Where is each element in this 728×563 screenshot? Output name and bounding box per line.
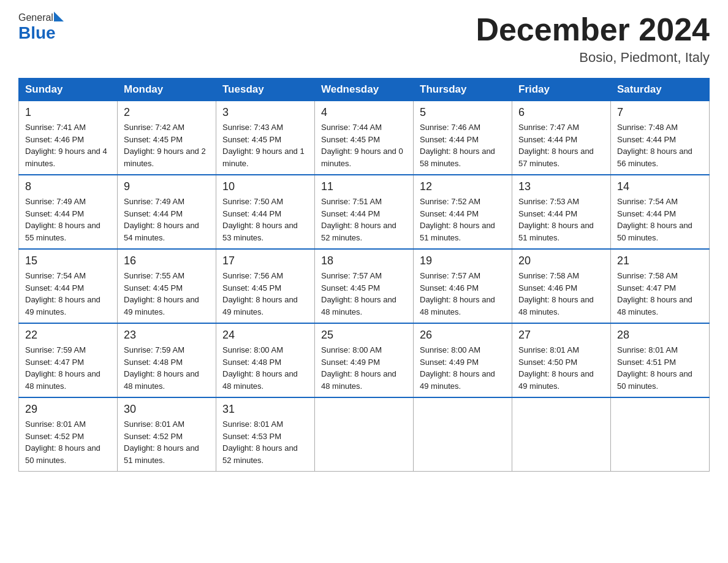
day-info: Sunrise: 7:47 AMSunset: 4:44 PMDaylight:…	[518, 123, 594, 168]
day-info: Sunrise: 7:52 AMSunset: 4:44 PMDaylight:…	[420, 197, 495, 242]
calendar-day-cell: 3 Sunrise: 7:43 AMSunset: 4:45 PMDayligh…	[216, 101, 315, 175]
day-number: 17	[222, 255, 308, 267]
header-friday: Friday	[512, 79, 611, 101]
calendar-day-cell: 27 Sunrise: 8:01 AMSunset: 4:50 PMDaylig…	[512, 323, 611, 397]
calendar-day-cell: 12 Sunrise: 7:52 AMSunset: 4:44 PMDaylig…	[414, 175, 512, 249]
day-info: Sunrise: 8:01 AMSunset: 4:51 PMDaylight:…	[617, 345, 692, 391]
day-number: 18	[321, 255, 407, 267]
header-monday: Monday	[118, 79, 216, 101]
page-header: General Blue December 2024 Bosio, Piedmo…	[18, 12, 710, 66]
day-number: 6	[518, 106, 604, 119]
day-number: 12	[420, 180, 506, 193]
day-info: Sunrise: 7:48 AMSunset: 4:44 PMDaylight:…	[617, 123, 692, 168]
day-info: Sunrise: 7:54 AMSunset: 4:44 PMDaylight:…	[25, 271, 100, 316]
header-thursday: Thursday	[414, 79, 512, 101]
day-info: Sunrise: 8:00 AMSunset: 4:49 PMDaylight:…	[321, 345, 396, 391]
calendar-day-cell: 20 Sunrise: 7:58 AMSunset: 4:46 PMDaylig…	[512, 249, 611, 323]
day-number: 28	[617, 329, 703, 342]
day-number: 20	[518, 255, 604, 267]
calendar-day-cell: 9 Sunrise: 7:49 AMSunset: 4:44 PMDayligh…	[118, 175, 216, 249]
day-number: 4	[321, 106, 407, 119]
calendar-day-cell: 29 Sunrise: 8:01 AMSunset: 4:52 PMDaylig…	[19, 397, 118, 472]
day-info: Sunrise: 8:01 AMSunset: 4:52 PMDaylight:…	[124, 419, 199, 465]
day-number: 10	[222, 180, 308, 193]
calendar-day-cell: 8 Sunrise: 7:49 AMSunset: 4:44 PMDayligh…	[19, 175, 118, 249]
calendar-day-cell: 13 Sunrise: 7:53 AMSunset: 4:44 PMDaylig…	[512, 175, 611, 249]
calendar-day-cell: 22 Sunrise: 7:59 AMSunset: 4:47 PMDaylig…	[19, 323, 118, 397]
calendar-day-cell: 31 Sunrise: 8:01 AMSunset: 4:53 PMDaylig…	[216, 397, 315, 472]
calendar-day-cell: 19 Sunrise: 7:57 AMSunset: 4:46 PMDaylig…	[414, 249, 512, 323]
day-number: 11	[321, 180, 407, 193]
calendar-day-cell: 17 Sunrise: 7:56 AMSunset: 4:45 PMDaylig…	[216, 249, 315, 323]
calendar-day-cell: 26 Sunrise: 8:00 AMSunset: 4:49 PMDaylig…	[414, 323, 512, 397]
day-number: 24	[222, 329, 308, 342]
day-info: Sunrise: 7:44 AMSunset: 4:45 PMDaylight:…	[321, 123, 403, 168]
day-number: 3	[222, 106, 308, 119]
day-info: Sunrise: 7:42 AMSunset: 4:45 PMDaylight:…	[124, 123, 206, 168]
day-info: Sunrise: 7:58 AMSunset: 4:46 PMDaylight:…	[518, 271, 594, 316]
calendar-day-cell: 18 Sunrise: 7:57 AMSunset: 4:45 PMDaylig…	[315, 249, 414, 323]
calendar-week-row: 8 Sunrise: 7:49 AMSunset: 4:44 PMDayligh…	[19, 175, 710, 249]
calendar-week-row: 22 Sunrise: 7:59 AMSunset: 4:47 PMDaylig…	[19, 323, 710, 397]
logo-blue-text: Blue	[18, 23, 56, 43]
day-info: Sunrise: 7:54 AMSunset: 4:44 PMDaylight:…	[617, 197, 692, 242]
logo-arrow-icon	[54, 12, 64, 21]
calendar-day-cell: 14 Sunrise: 7:54 AMSunset: 4:44 PMDaylig…	[611, 175, 710, 249]
calendar-day-cell: 28 Sunrise: 8:01 AMSunset: 4:51 PMDaylig…	[611, 323, 710, 397]
day-number: 15	[25, 255, 111, 267]
day-info: Sunrise: 7:51 AMSunset: 4:44 PMDaylight:…	[321, 197, 396, 242]
day-info: Sunrise: 7:49 AMSunset: 4:44 PMDaylight:…	[25, 197, 100, 242]
calendar-day-cell: 4 Sunrise: 7:44 AMSunset: 4:45 PMDayligh…	[315, 101, 414, 175]
day-info: Sunrise: 8:01 AMSunset: 4:53 PMDaylight:…	[222, 419, 298, 465]
day-number: 27	[518, 329, 604, 342]
calendar-day-cell: 16 Sunrise: 7:55 AMSunset: 4:45 PMDaylig…	[118, 249, 216, 323]
day-info: Sunrise: 7:56 AMSunset: 4:45 PMDaylight:…	[222, 271, 298, 316]
calendar-day-cell: 30 Sunrise: 8:01 AMSunset: 4:52 PMDaylig…	[118, 397, 216, 472]
calendar-day-cell	[315, 397, 414, 472]
day-info: Sunrise: 7:46 AMSunset: 4:44 PMDaylight:…	[420, 123, 495, 168]
day-info: Sunrise: 7:55 AMSunset: 4:45 PMDaylight:…	[124, 271, 199, 316]
calendar-day-cell: 15 Sunrise: 7:54 AMSunset: 4:44 PMDaylig…	[19, 249, 118, 323]
calendar-header-row: Sunday Monday Tuesday Wednesday Thursday…	[19, 79, 710, 101]
calendar-day-cell: 23 Sunrise: 7:59 AMSunset: 4:48 PMDaylig…	[118, 323, 216, 397]
day-info: Sunrise: 7:57 AMSunset: 4:45 PMDaylight:…	[321, 271, 396, 316]
day-number: 25	[321, 329, 407, 342]
day-info: Sunrise: 7:58 AMSunset: 4:47 PMDaylight:…	[617, 271, 692, 316]
calendar-week-row: 29 Sunrise: 8:01 AMSunset: 4:52 PMDaylig…	[19, 397, 710, 472]
calendar-day-cell: 7 Sunrise: 7:48 AMSunset: 4:44 PMDayligh…	[611, 101, 710, 175]
day-number: 13	[518, 180, 604, 193]
day-info: Sunrise: 7:59 AMSunset: 4:47 PMDaylight:…	[25, 345, 100, 391]
day-number: 22	[25, 329, 111, 342]
calendar-day-cell: 5 Sunrise: 7:46 AMSunset: 4:44 PMDayligh…	[414, 101, 512, 175]
calendar-day-cell	[414, 397, 512, 472]
day-info: Sunrise: 7:43 AMSunset: 4:45 PMDaylight:…	[222, 123, 305, 168]
day-number: 26	[420, 329, 506, 342]
calendar-week-row: 15 Sunrise: 7:54 AMSunset: 4:44 PMDaylig…	[19, 249, 710, 323]
calendar-day-cell: 2 Sunrise: 7:42 AMSunset: 4:45 PMDayligh…	[118, 101, 216, 175]
day-info: Sunrise: 7:41 AMSunset: 4:46 PMDaylight:…	[25, 123, 107, 168]
calendar-day-cell: 25 Sunrise: 8:00 AMSunset: 4:49 PMDaylig…	[315, 323, 414, 397]
day-number: 9	[124, 180, 210, 193]
day-info: Sunrise: 8:00 AMSunset: 4:48 PMDaylight:…	[222, 345, 298, 391]
day-number: 23	[124, 329, 210, 342]
calendar-table: Sunday Monday Tuesday Wednesday Thursday…	[18, 78, 710, 472]
day-number: 7	[617, 106, 703, 119]
calendar-day-cell: 1 Sunrise: 7:41 AMSunset: 4:46 PMDayligh…	[19, 101, 118, 175]
title-section: December 2024 Bosio, Piedmont, Italy	[476, 12, 710, 66]
calendar-day-cell: 21 Sunrise: 7:58 AMSunset: 4:47 PMDaylig…	[611, 249, 710, 323]
calendar-day-cell	[512, 397, 611, 472]
month-title: December 2024	[476, 12, 710, 47]
header-sunday: Sunday	[19, 79, 118, 101]
day-info: Sunrise: 7:59 AMSunset: 4:48 PMDaylight:…	[124, 345, 199, 391]
day-info: Sunrise: 8:00 AMSunset: 4:49 PMDaylight:…	[420, 345, 495, 391]
location-text: Bosio, Piedmont, Italy	[476, 50, 710, 66]
calendar-day-cell: 10 Sunrise: 7:50 AMSunset: 4:44 PMDaylig…	[216, 175, 315, 249]
calendar-day-cell: 24 Sunrise: 8:00 AMSunset: 4:48 PMDaylig…	[216, 323, 315, 397]
day-info: Sunrise: 7:49 AMSunset: 4:44 PMDaylight:…	[124, 197, 199, 242]
day-number: 19	[420, 255, 506, 267]
calendar-day-cell: 6 Sunrise: 7:47 AMSunset: 4:44 PMDayligh…	[512, 101, 611, 175]
day-number: 30	[124, 403, 210, 416]
day-number: 2	[124, 106, 210, 119]
day-info: Sunrise: 8:01 AMSunset: 4:50 PMDaylight:…	[518, 345, 594, 391]
calendar-day-cell: 11 Sunrise: 7:51 AMSunset: 4:44 PMDaylig…	[315, 175, 414, 249]
